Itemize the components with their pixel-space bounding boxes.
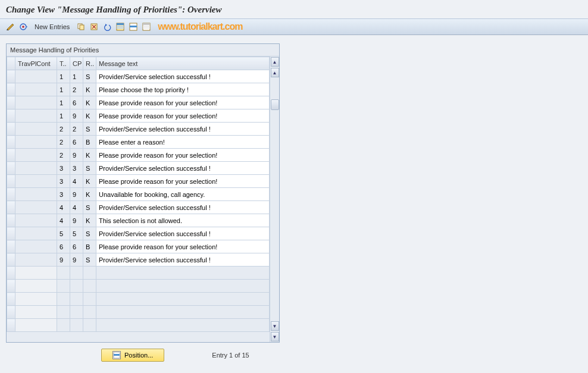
cell-cp[interactable]: 5 [70,227,83,240]
position-button[interactable]: Position... [101,349,164,362]
cell-travplcont[interactable] [15,70,57,83]
cell-msg[interactable]: Provider/Service selection successful ! [96,201,270,214]
cell-cp[interactable]: 9 [70,149,83,162]
delete-icon[interactable] [89,21,99,32]
toggle-display-icon[interactable] [5,21,15,32]
table-row[interactable]: 29KPlease provide reason for your select… [7,149,270,162]
cell-r[interactable]: K [83,149,96,162]
row-selector[interactable] [7,240,15,253]
cell-r[interactable] [83,293,96,306]
cell-msg[interactable]: Please enter a reason! [96,136,270,149]
table-row[interactable] [7,280,270,293]
row-selector[interactable] [7,293,15,306]
cell-travplcont[interactable] [15,109,57,123]
cell-travplcont[interactable] [15,227,57,240]
cell-cp[interactable]: 1 [70,70,83,83]
cell-r[interactable]: S [83,162,96,175]
table-row[interactable]: 33SProvider/Service selection successful… [7,162,270,175]
table-row[interactable]: 11SProvider/Service selection successful… [7,70,270,83]
cell-t[interactable] [57,267,70,280]
cell-cp[interactable] [70,280,83,293]
deselect-all-icon[interactable] [141,21,152,32]
scroll-down-button[interactable]: ▼ [271,321,279,331]
cell-msg[interactable] [96,306,270,319]
cell-t[interactable] [57,280,70,293]
row-selector[interactable] [7,319,15,332]
cell-r[interactable]: S [83,201,96,214]
cell-r[interactable] [83,306,96,319]
row-selector[interactable] [7,149,15,162]
cell-cp[interactable] [70,319,83,332]
table-row[interactable] [7,267,270,280]
cell-cp[interactable]: 9 [70,188,83,201]
cell-cp[interactable] [70,306,83,319]
cell-t[interactable]: 3 [57,162,70,175]
cell-msg[interactable]: Please choose the top priority ! [96,83,270,96]
row-selector[interactable] [7,188,15,201]
row-selector[interactable] [7,201,15,214]
cell-t[interactable]: 4 [57,214,70,227]
col-r[interactable]: R.. [83,57,96,70]
cell-r[interactable] [83,319,96,332]
cell-cp[interactable]: 3 [70,162,83,175]
scroll-down-button-2[interactable]: ▼ [271,332,279,341]
cell-travplcont[interactable] [15,83,57,96]
table-row[interactable]: 99SProvider/Service selection successful… [7,253,270,267]
cell-cp[interactable]: 6 [70,240,83,253]
row-selector[interactable] [7,306,15,319]
select-all-icon[interactable] [115,21,126,32]
cell-cp[interactable]: 9 [70,109,83,123]
cell-r[interactable]: B [83,240,96,253]
cell-t[interactable] [57,306,70,319]
select-block-icon[interactable] [128,21,139,32]
table-row[interactable]: 39KUnavailable for booking, call agency. [7,188,270,201]
cell-t[interactable]: 3 [57,175,70,188]
cell-travplcont[interactable] [15,267,57,280]
table-row[interactable]: 22SProvider/Service selection successful… [7,123,270,136]
table-row[interactable]: 66BPlease provide reason for your select… [7,240,270,253]
cell-t[interactable]: 2 [57,123,70,136]
cell-r[interactable]: S [83,70,96,83]
row-selector[interactable] [7,96,15,109]
cell-travplcont[interactable] [15,280,57,293]
cell-msg[interactable]: Provider/Service selection successful ! [96,227,270,240]
cell-r[interactable]: K [83,188,96,201]
cell-cp[interactable]: 9 [70,253,83,267]
cell-msg[interactable] [96,293,270,306]
cell-msg[interactable]: Provider/Service selection successful ! [96,70,270,83]
row-selector[interactable] [7,267,15,280]
table-row[interactable]: 34KPlease provide reason for your select… [7,175,270,188]
cell-r[interactable]: S [83,123,96,136]
cell-r[interactable]: K [83,83,96,96]
cell-r[interactable]: S [83,253,96,267]
cell-cp[interactable]: 2 [70,123,83,136]
cell-r[interactable] [83,267,96,280]
cell-r[interactable] [83,280,96,293]
cell-t[interactable] [57,293,70,306]
cell-r[interactable]: K [83,175,96,188]
cell-travplcont[interactable] [15,162,57,175]
table-row[interactable]: 26BPlease enter a reason! [7,136,270,149]
table-row[interactable] [7,306,270,319]
cell-cp[interactable]: 9 [70,214,83,227]
table-row[interactable]: 19KPlease provide reason for your select… [7,109,270,123]
cell-travplcont[interactable] [15,96,57,109]
cell-travplcont[interactable] [15,214,57,227]
scroll-thumb[interactable] [271,99,279,110]
cell-travplcont[interactable] [15,123,57,136]
row-selector[interactable] [7,280,15,293]
row-selector[interactable] [7,227,15,240]
cell-r[interactable]: K [83,96,96,109]
cell-travplcont[interactable] [15,293,57,306]
cell-msg[interactable]: Unavailable for booking, call agency. [96,188,270,201]
col-t[interactable]: T.. [57,57,70,70]
cell-t[interactable]: 1 [57,109,70,123]
row-selector[interactable] [7,123,15,136]
cell-travplcont[interactable] [15,188,57,201]
table-row[interactable] [7,293,270,306]
cell-r[interactable]: K [83,214,96,227]
cell-msg[interactable]: Please provide reason for your selection… [96,149,270,162]
cell-cp[interactable] [70,293,83,306]
cell-msg[interactable] [96,319,270,332]
cell-t[interactable]: 9 [57,253,70,267]
